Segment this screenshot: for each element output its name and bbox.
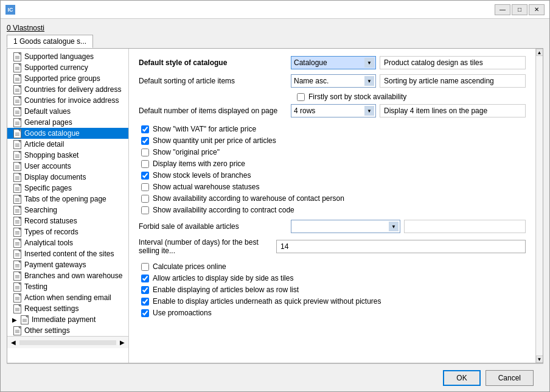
show-vat-checkbox[interactable]: [141, 125, 149, 133]
show-original-checkbox[interactable]: [141, 149, 149, 156]
show-actual-checkbox[interactable]: [141, 183, 149, 191]
sidebar-item-label: Supported currency: [24, 63, 88, 72]
select-arrow-icon: ▼: [364, 76, 374, 86]
sidebar-item-payment-gateways[interactable]: Payment gateways: [7, 259, 128, 270]
enable-quick-checkbox[interactable]: [141, 298, 149, 306]
sidebar-item-countries-invoice[interactable]: Countries for invoice address: [7, 95, 128, 106]
sidebar-item-label: Display documents: [24, 173, 86, 181]
checkbox-row-show-original: Show "original price": [139, 148, 526, 156]
tab-goods-catalogue[interactable]: 1 Goods catalogue s...: [7, 35, 93, 48]
sidebar-item-specific-pages[interactable]: Specific pages: [7, 183, 128, 194]
doc-icon: [12, 326, 22, 335]
close-button[interactable]: ✕: [529, 4, 545, 15]
right-panel: Default style of catalogueCatalogue▼Prod…: [129, 49, 535, 363]
show-availability-warehouse-checkbox[interactable]: [141, 195, 149, 203]
info-box: Display 4 item lines on the page: [380, 104, 526, 117]
sidebar-item-display-documents[interactable]: Display documents: [7, 172, 128, 183]
sidebar-item-label: Supported languages: [24, 52, 94, 61]
default-sorting-label: Default sorting of article items: [139, 77, 291, 85]
maximize-button[interactable]: □: [512, 4, 527, 15]
scroll-up-btn[interactable]: ▲: [536, 49, 543, 56]
interval-label: Interval (number of days) for the best s…: [139, 238, 276, 255]
select-box[interactable]: Name asc.▼: [291, 74, 376, 88]
cancel-button[interactable]: Cancel: [486, 370, 534, 386]
interval-controls: [276, 240, 526, 253]
scroll-down-btn[interactable]: ▼: [536, 355, 543, 363]
sidebar-item-analytical-tools[interactable]: Analytical tools: [7, 237, 128, 248]
minimize-button[interactable]: —: [495, 4, 510, 15]
sidebar-item-label: User accounts: [24, 162, 71, 170]
sidebar-item-countries-delivery[interactable]: Countries for delivery address: [7, 84, 128, 95]
sidebar-item-label: Branches and own warehouse: [24, 271, 122, 280]
use-promoactions-checkbox[interactable]: [141, 309, 149, 317]
doc-icon: [12, 140, 22, 149]
select-box[interactable]: ▼: [291, 220, 400, 233]
select-wrapper: 4 rows▼: [291, 104, 376, 117]
sidebar-item-inserted-content[interactable]: Inserted content of the sites: [7, 248, 128, 259]
vlastnosti-label[interactable]: 0 Vlastnosti: [7, 24, 44, 32]
display-zero-label: Display items with zero price: [153, 159, 245, 168]
sidebar-item-goods-catalogue[interactable]: Goods catalogue: [7, 128, 128, 139]
sidebar-item-user-accounts[interactable]: User accounts: [7, 161, 128, 172]
scroll-track: [537, 56, 543, 355]
title-bar-controls: — □ ✕: [495, 4, 545, 15]
sidebar-item-article-detail[interactable]: Article detail: [7, 139, 128, 150]
sidebar-item-label: Testing: [24, 282, 47, 291]
sidebar-item-action-sending[interactable]: Action when sending email: [7, 292, 128, 303]
sidebar-item-label: Goods catalogue: [24, 129, 80, 138]
select-wrapper: Catalogue▼: [291, 56, 376, 69]
sidebar-item-other-settings[interactable]: Other settings: [7, 325, 128, 336]
interval-input[interactable]: [276, 240, 526, 253]
allow-tiles-checkbox[interactable]: [141, 275, 149, 282]
sidebar-item-branches-warehouse[interactable]: Branches and own warehouse: [7, 270, 128, 281]
sidebar-item-label: Searching: [24, 206, 57, 214]
default-style-controls: Catalogue▼Product catalog design as tile…: [291, 56, 526, 69]
display-zero-checkbox[interactable]: [141, 160, 149, 168]
sidebar-item-types-of-records[interactable]: Types of records: [7, 226, 128, 237]
scroll-right-btn[interactable]: ▶: [117, 339, 127, 346]
doc-icon: [12, 129, 22, 138]
select-box[interactable]: Catalogue▼: [291, 56, 376, 69]
default-style-label: Default style of catalogue: [139, 58, 291, 67]
select-box[interactable]: 4 rows▼: [291, 104, 376, 117]
doc-icon: [12, 271, 22, 280]
sidebar-scrollbar-track[interactable]: [19, 340, 116, 345]
show-quantity-checkbox[interactable]: [141, 137, 149, 145]
bottom-bar: OK Cancel: [7, 363, 543, 391]
sidebar-items-container: Supported languagesSupported currencySup…: [7, 51, 128, 336]
firstly-stock-checkbox[interactable]: [297, 93, 305, 101]
sidebar-item-testing[interactable]: Testing: [7, 281, 128, 292]
enable-row-checkbox[interactable]: [141, 286, 149, 294]
title-bar: IC — □ ✕: [1, 1, 549, 19]
sidebar-item-label: Types of records: [24, 228, 78, 236]
sidebar-item-label: Countries for delivery address: [24, 85, 121, 94]
sidebar-item-label: Specific pages: [24, 184, 72, 192]
sidebar-item-immediate-payment[interactable]: ▶Immediate payment: [7, 314, 128, 325]
sidebar-item-record-statuses[interactable]: Record statuses: [7, 215, 128, 226]
ok-button[interactable]: OK: [443, 370, 480, 386]
sidebar-item-label: Action when sending email: [24, 293, 111, 302]
sidebar-item-label: Request settings: [24, 304, 78, 313]
items-on-page-controls: 4 rows▼Display 4 item lines on the page: [291, 104, 526, 117]
scroll-left-btn[interactable]: ◀: [9, 339, 18, 346]
sidebar-item-request-settings[interactable]: Request settings: [7, 303, 128, 314]
calculate-prices-checkbox[interactable]: [141, 263, 149, 271]
sidebar-item-searching[interactable]: Searching: [7, 205, 128, 215]
doc-icon: [12, 206, 22, 214]
sidebar-item-supported-price-groups[interactable]: Supported price groups: [7, 73, 128, 84]
items-on-page-row: Default number of items displayed on pag…: [139, 104, 526, 117]
sidebar-item-label: Countries for invoice address: [24, 96, 119, 105]
select-wrapper: Name asc.▼: [291, 74, 376, 88]
sidebar-item-default-values[interactable]: Default values: [7, 106, 128, 117]
sidebar-item-general-pages[interactable]: General pages: [7, 117, 128, 128]
show-stock-checkbox[interactable]: [141, 172, 149, 180]
checkbox-row-show-availability-contract: Show availability according to contract …: [139, 206, 526, 214]
sidebar-item-supported-currency[interactable]: Supported currency: [7, 62, 128, 73]
sidebar-item-supported-languages[interactable]: Supported languages: [7, 51, 128, 62]
app-icon: IC: [5, 5, 15, 15]
sidebar-item-label: Record statuses: [24, 217, 77, 225]
show-availability-contract-checkbox[interactable]: [141, 206, 149, 214]
sidebar-item-shopping-basket[interactable]: Shopping basket: [7, 150, 128, 161]
sidebar-item-tabs-opening[interactable]: Tabs of the opening page: [7, 194, 128, 205]
sidebar-item-label: Supported price groups: [24, 74, 100, 83]
